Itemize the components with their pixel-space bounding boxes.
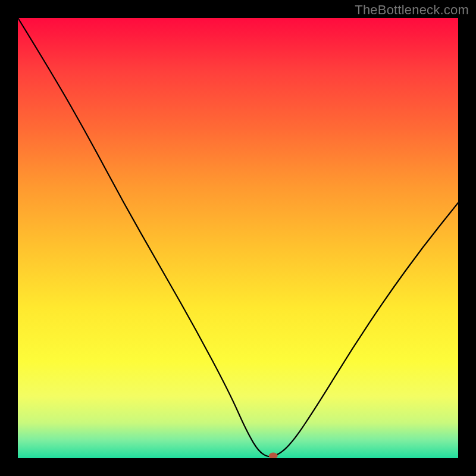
optimal-point-marker (269, 453, 277, 458)
chart-svg (18, 18, 458, 458)
chart-frame: TheBottleneck.com (0, 0, 476, 476)
watermark-text: TheBottleneck.com (355, 2, 469, 18)
plot-area (18, 18, 458, 458)
bottleneck-curve (18, 18, 458, 456)
